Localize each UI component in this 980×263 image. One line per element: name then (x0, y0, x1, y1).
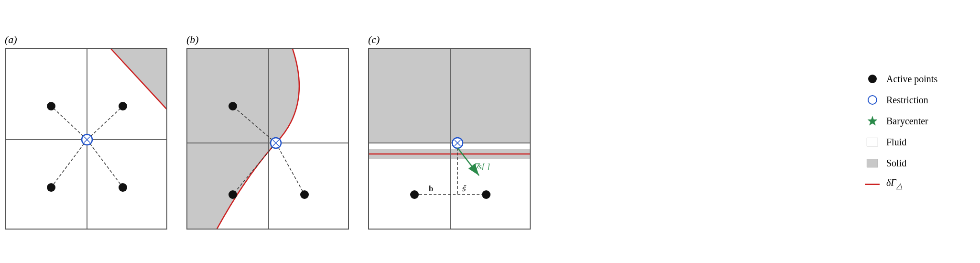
solid-box-icon (867, 159, 878, 167)
svg-line-5 (87, 106, 123, 140)
svg-point-9 (119, 102, 127, 110)
main-container: (a) (0, 0, 980, 263)
diagram-b-label: (b) (186, 33, 199, 46)
legend-dot-icon (865, 72, 880, 86)
svg-line-36 (455, 140, 460, 146)
svg-line-1 (111, 49, 166, 111)
red-line-icon (865, 184, 880, 185)
svg-line-6 (51, 140, 87, 187)
diagram-b-box (186, 48, 349, 230)
diagram-c-svg: ∇s[ ] b s̄ (369, 49, 530, 229)
legend-active-points: Active points (865, 72, 961, 86)
svg-line-17 (233, 106, 276, 143)
svg-marker-0 (111, 49, 166, 111)
svg-line-7 (87, 140, 123, 187)
svg-point-11 (119, 183, 127, 192)
legend: Active points Restriction Barycenter Flu… (851, 62, 975, 201)
diagram-b-wrapper: (b) (186, 33, 349, 230)
legend-fluid: Fluid (865, 135, 961, 149)
svg-point-33 (410, 190, 419, 199)
svg-point-22 (300, 190, 309, 199)
legend-fluid-icon (865, 135, 880, 149)
legend-restriction-label: Restriction (886, 95, 928, 106)
svg-line-18 (233, 143, 276, 195)
legend-redline-icon (865, 177, 880, 191)
svg-rect-26 (369, 49, 530, 143)
svg-point-21 (229, 190, 237, 199)
legend-barycenter: Barycenter (865, 114, 961, 128)
legend-delta-gamma: δΓ△ (865, 177, 961, 191)
diagram-c-wrapper: (c) (368, 33, 531, 230)
diagram-a-box (5, 48, 167, 230)
svg-text:b: b (429, 184, 433, 193)
svg-point-20 (229, 102, 237, 110)
svg-line-19 (276, 143, 305, 195)
legend-restriction: Restriction (865, 93, 961, 107)
legend-delta-gamma-label: δΓ△ (886, 177, 903, 191)
diagram-a-label: (a) (5, 33, 17, 46)
svg-line-4 (51, 106, 87, 140)
diagram-c-label: (c) (368, 33, 380, 46)
svg-line-25 (273, 140, 279, 146)
legend-solid: Solid (865, 156, 961, 170)
svg-line-39 (457, 148, 479, 175)
fluid-box-icon (867, 138, 878, 146)
diagrams-area: (a) (5, 33, 851, 230)
svg-line-24 (273, 140, 279, 146)
legend-circle-icon (865, 93, 880, 107)
svg-line-14 (84, 137, 90, 142)
diagram-c-box: ∇s[ ] b s̄ (368, 48, 531, 230)
svg-point-12 (82, 134, 92, 145)
legend-barycenter-label: Barycenter (886, 116, 928, 127)
legend-star-icon (865, 114, 880, 128)
legend-solid-icon (865, 156, 880, 170)
diagram-a-svg (6, 49, 166, 229)
svg-line-37 (455, 140, 460, 146)
svg-point-23 (271, 138, 281, 148)
svg-line-13 (84, 137, 90, 142)
diagram-b-svg (187, 49, 348, 229)
circle-icon (868, 95, 877, 105)
svg-point-35 (452, 138, 463, 148)
svg-text:∇s[ ]: ∇s[ ] (473, 162, 490, 171)
svg-point-8 (47, 102, 55, 110)
svg-point-34 (482, 190, 490, 199)
svg-rect-27 (369, 149, 530, 159)
legend-active-points-label: Active points (886, 74, 937, 85)
svg-marker-43 (868, 116, 877, 125)
svg-text:s̄: s̄ (461, 184, 467, 193)
legend-fluid-label: Fluid (886, 137, 906, 148)
dot-icon (868, 75, 877, 83)
legend-solid-label: Solid (886, 158, 906, 169)
diagram-a-wrapper: (a) (5, 33, 167, 230)
svg-point-10 (47, 183, 55, 192)
